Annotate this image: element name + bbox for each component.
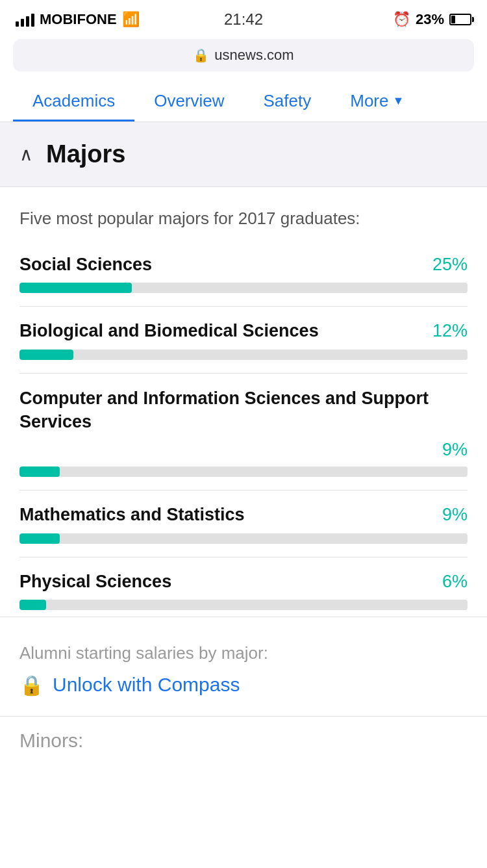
lock-compass-icon: 🔒 — [19, 674, 44, 696]
progress-fill — [19, 283, 132, 293]
minors-title: Minors: — [19, 730, 83, 751]
signal-bars-icon — [16, 12, 34, 27]
battery-pct-label: 23% — [416, 11, 444, 28]
tab-academics[interactable]: Academics — [13, 78, 134, 121]
lock-icon: 🔒 — [193, 47, 209, 63]
major-name: Biological and Biomedical Sciences — [19, 320, 432, 342]
progress-fill — [19, 466, 60, 477]
major-pct: 25% — [432, 255, 468, 275]
minors-section: Minors: — [0, 716, 487, 758]
tab-safety[interactable]: Safety — [244, 78, 331, 121]
battery-fill — [451, 16, 455, 23]
status-right: ⏰ 23% — [393, 11, 471, 28]
alumni-label: Alumni starting salaries by major: — [19, 643, 468, 663]
major-pct: 9% — [442, 440, 468, 460]
alumni-section: Alumni starting salaries by major: 🔒 Unl… — [0, 617, 487, 716]
major-item-social-sciences: Social Sciences 25% — [19, 253, 468, 293]
alarm-icon: ⏰ — [393, 11, 410, 28]
progress-track — [19, 466, 468, 477]
status-bar: MOBIFONE 📶 21:42 ⏰ 23% — [0, 0, 487, 39]
progress-fill — [19, 350, 73, 360]
major-name: Computer and Information Sciences and Su… — [19, 387, 468, 434]
majors-content: Five most popular majors for 2017 gradua… — [0, 187, 487, 610]
majors-section-header[interactable]: ∧ Majors — [0, 122, 487, 187]
major-item-biological: Biological and Biomedical Sciences 12% — [19, 320, 468, 359]
majors-title: Majors — [46, 140, 125, 168]
major-name: Mathematics and Statistics — [19, 504, 442, 526]
wifi-icon: 📶 — [122, 11, 140, 28]
intro-text: Five most popular majors for 2017 gradua… — [19, 207, 468, 230]
status-left: MOBIFONE 📶 — [16, 11, 140, 28]
major-item-physical-sciences: Physical Sciences 6% — [19, 570, 468, 610]
divider — [19, 490, 468, 491]
major-item-mathematics: Mathematics and Statistics 9% — [19, 504, 468, 543]
major-pct: 12% — [432, 321, 468, 341]
progress-fill — [19, 600, 46, 610]
carrier-label: MOBIFONE — [40, 11, 117, 28]
chevron-up-icon: ∧ — [19, 144, 33, 165]
progress-track — [19, 600, 468, 610]
battery-icon — [449, 14, 471, 25]
tab-more[interactable]: More ▼ — [331, 78, 423, 121]
major-pct: 9% — [442, 505, 468, 525]
progress-track — [19, 533, 468, 544]
progress-track — [19, 283, 468, 293]
url-bar[interactable]: 🔒 usnews.com — [13, 39, 474, 71]
divider — [19, 557, 468, 557]
unlock-with-compass-link[interactable]: Unlock with Compass — [53, 674, 240, 696]
unlock-row[interactable]: 🔒 Unlock with Compass — [19, 674, 468, 696]
major-name: Social Sciences — [19, 253, 432, 276]
divider — [19, 306, 468, 307]
progress-track — [19, 350, 468, 360]
major-item-computer-sciences: Computer and Information Sciences and Su… — [19, 387, 468, 478]
nav-tabs: Academics Overview Safety More ▼ — [0, 78, 487, 122]
major-name: Physical Sciences — [19, 570, 442, 593]
url-text: usnews.com — [214, 47, 293, 64]
divider — [19, 373, 468, 374]
tab-overview[interactable]: Overview — [134, 78, 244, 121]
major-pct: 6% — [442, 572, 468, 592]
chevron-down-icon: ▼ — [392, 94, 404, 108]
progress-fill — [19, 533, 60, 544]
status-time: 21:42 — [224, 10, 263, 29]
